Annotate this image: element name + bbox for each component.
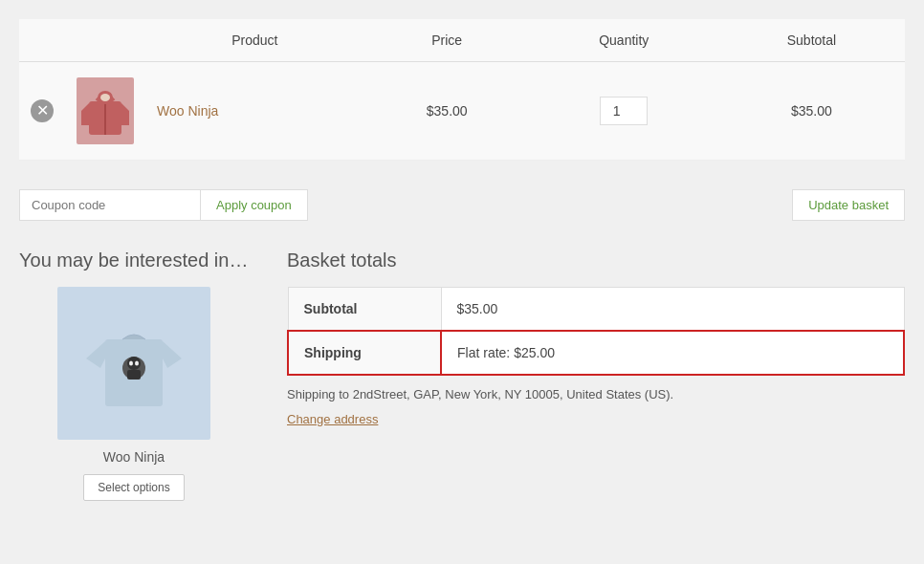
remove-cell: ✕ [19, 62, 65, 161]
recommendations-heading: You may be interested in… [19, 249, 249, 271]
product-image-cell [65, 62, 145, 161]
rec-select-options-button[interactable]: Select options [83, 474, 184, 501]
bottom-section: You may be interested in… [19, 249, 905, 501]
tshirt-icon [86, 311, 182, 416]
cart-table: Product Price Quantity Subtotal ✕ [19, 19, 905, 161]
shipping-info: Shipping to 2ndStreet, GAP, New York, NY… [287, 385, 905, 404]
totals-table: Subtotal $35.00 Shipping Flat rate: $25.… [287, 287, 905, 376]
subtotal-value: $35.00 [441, 288, 904, 332]
col-product-header: Product [145, 19, 364, 62]
remove-item-button[interactable]: ✕ [31, 99, 54, 122]
rec-product-image [57, 287, 210, 440]
product-quantity-cell [530, 62, 718, 161]
subtotal-row: Subtotal $35.00 [288, 288, 904, 332]
basket-totals-section: Basket totals Subtotal $35.00 Shipping F… [287, 249, 905, 501]
col-image-header [65, 19, 145, 62]
apply-coupon-button[interactable]: Apply coupon [201, 189, 308, 221]
shipping-label: Shipping [288, 331, 441, 375]
col-price-header: Price [364, 19, 530, 62]
svg-point-3 [100, 94, 110, 101]
svg-point-8 [129, 361, 133, 366]
product-price-cell: $35.00 [364, 62, 530, 161]
change-address-link[interactable]: Change address [287, 412, 378, 426]
product-name-cell: Woo Ninja [145, 62, 364, 161]
recommended-product: Woo Ninja Select options [19, 287, 249, 501]
rec-product-name: Woo Ninja [103, 449, 165, 465]
product-thumbnail [77, 77, 134, 144]
subtotal-label: Subtotal [288, 288, 441, 332]
recommendations-section: You may be interested in… [19, 249, 249, 501]
coupon-area: Apply coupon [19, 189, 308, 221]
product-subtotal-cell: $35.00 [718, 62, 905, 161]
col-remove-header [19, 19, 65, 62]
col-subtotal-header: Subtotal [718, 19, 905, 62]
page-wrapper: Product Price Quantity Subtotal ✕ [0, 0, 924, 520]
product-link[interactable]: Woo Ninja [157, 103, 218, 119]
quantity-input[interactable] [600, 97, 648, 125]
svg-rect-7 [127, 370, 141, 380]
hoodie-icon [81, 82, 129, 140]
coupon-input[interactable] [19, 189, 201, 221]
update-basket-button[interactable]: Update basket [792, 189, 905, 221]
basket-totals-heading: Basket totals [287, 249, 905, 271]
shipping-row: Shipping Flat rate: $25.00 [288, 331, 904, 375]
cart-actions: Apply coupon Update basket [19, 180, 905, 240]
svg-point-9 [135, 361, 139, 366]
col-quantity-header: Quantity [530, 19, 718, 62]
shipping-value: Flat rate: $25.00 [441, 331, 904, 375]
cart-row: ✕ [19, 62, 905, 161]
